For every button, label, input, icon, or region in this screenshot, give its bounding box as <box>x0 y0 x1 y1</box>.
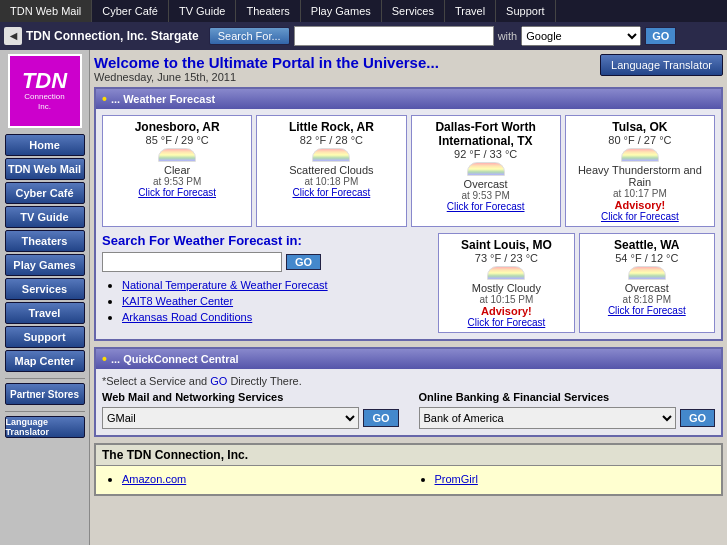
sidebar-item-home[interactable]: Home <box>5 134 85 156</box>
city-forecast-link[interactable]: Click for Forecast <box>263 187 399 198</box>
topnav-travel[interactable]: Travel <box>445 0 496 22</box>
city-name: Dallas-Fort Worth International, TX <box>418 120 554 148</box>
amazon-link[interactable]: Amazon.com <box>122 473 186 485</box>
qc-banking-label: Online Banking & Financial Services <box>419 391 716 403</box>
weather-top-grid: Jonesboro, AR 85 °F / 29 °C Clear at 9:5… <box>96 109 721 233</box>
sidebar-item-tvguide[interactable]: TV Guide <box>5 206 85 228</box>
sidebar-item-playgames[interactable]: Play Games <box>5 254 85 276</box>
city-temp: 82 °F / 28 °C <box>263 134 399 146</box>
sidebar-item-theaters[interactable]: Theaters <box>5 230 85 252</box>
city-forecast-link[interactable]: Click for Forecast <box>445 317 567 328</box>
road-conditions-link[interactable]: Arkansas Road Conditions <box>122 311 252 323</box>
city-forecast-link[interactable]: Click for Forecast <box>572 211 708 222</box>
search-bar: ◀ TDN Connection, Inc. Stargate Search F… <box>0 22 727 50</box>
logo-area: ◀ TDN Connection, Inc. Stargate <box>4 27 199 45</box>
topnav-theaters[interactable]: Theaters <box>236 0 300 22</box>
back-icon[interactable]: ◀ <box>4 27 22 45</box>
city-name: Saint Louis, MO <box>445 238 567 252</box>
welcome-title: Welcome to the Ultimate Portal in the Un… <box>94 54 439 71</box>
national-forecast-link[interactable]: National Temperature & Weather Forecast <box>122 279 328 291</box>
tdn-links-col2: PromGirl <box>419 472 712 488</box>
qc-columns: Web Mail and Networking Services GMail Y… <box>102 391 715 429</box>
quickconnect-content: *Select a Service and GO Directly There.… <box>96 369 721 435</box>
banking-select[interactable]: Bank of America Chase Wells Fargo Citiba… <box>419 407 676 429</box>
site-title: TDN Connection, Inc. Stargate <box>26 29 199 43</box>
banking-go-button[interactable]: GO <box>680 409 715 427</box>
qc-go-link[interactable]: GO <box>210 375 227 387</box>
topnav-tdnwebmail[interactable]: TDN Web Mail <box>0 0 92 22</box>
city-forecast-link[interactable]: Click for Forecast <box>109 187 245 198</box>
search-go-button[interactable]: GO <box>645 27 676 45</box>
weather-card-littlerock: Little Rock, AR 82 °F / 28 °C Scattered … <box>256 115 406 227</box>
main-layout: TDN ConnectionInc. Home TDN Web Mail Cyb… <box>0 50 727 545</box>
qc-banking-col: Online Banking & Financial Services Bank… <box>419 391 716 429</box>
sidebar-item-cybercafe[interactable]: Cyber Café <box>5 182 85 204</box>
language-translator-button[interactable]: Language Translator <box>600 54 723 76</box>
weather-search-row: GO <box>102 252 434 272</box>
sidebar-item-mapcenter[interactable]: Map Center <box>5 350 85 372</box>
promgirl-link[interactable]: PromGirl <box>435 473 478 485</box>
webmail-go-button[interactable]: GO <box>363 409 398 427</box>
sidebar-item-languagetranslator[interactable]: Language Translator <box>5 416 85 438</box>
topnav-playgames[interactable]: Play Games <box>301 0 382 22</box>
qc-section-title: ... QuickConnect Central <box>111 353 239 365</box>
city-forecast-link[interactable]: Click for Forecast <box>418 201 554 212</box>
weather-right-grid: Saint Louis, MO 73 °F / 23 °C Mostly Clo… <box>438 233 715 333</box>
qc-webmail-col: Web Mail and Networking Services GMail Y… <box>102 391 399 429</box>
city-temp: 54 °F / 12 °C <box>586 252 708 264</box>
search-input[interactable] <box>294 26 494 46</box>
quickconnect-section-header: • ... QuickConnect Central <box>96 349 721 369</box>
city-temp: 92 °F / 33 °C <box>418 148 554 160</box>
city-advisory: Advisory! <box>445 305 567 317</box>
city-forecast-link[interactable]: Click for Forecast <box>586 305 708 316</box>
sidebar-item-support[interactable]: Support <box>5 326 85 348</box>
with-label: with <box>498 30 518 42</box>
kait8-link[interactable]: KAIT8 Weather Center <box>122 295 233 307</box>
weather-search-area: Search For Weather Forecast in: GO Natio… <box>102 233 434 333</box>
sidebar-divider-2 <box>5 411 85 412</box>
topnav-tvguide[interactable]: TV Guide <box>169 0 236 22</box>
sidebar-item-webmail[interactable]: TDN Web Mail <box>5 158 85 180</box>
weather-card-seattle: Seattle, WA 54 °F / 12 °C Overcast at 8:… <box>579 233 715 333</box>
tdn-links-col1: Amazon.com <box>106 472 399 488</box>
tdn-logo-subtext: ConnectionInc. <box>24 92 64 111</box>
topnav-support[interactable]: Support <box>496 0 556 22</box>
content-area: Welcome to the Ultimate Portal in the Un… <box>90 50 727 545</box>
weather-search-title: Search For Weather Forecast in: <box>102 233 434 248</box>
weather-card-stlouis: Saint Louis, MO 73 °F / 23 °C Mostly Clo… <box>438 233 574 333</box>
weather-card-jonesboro: Jonesboro, AR 85 °F / 29 °C Clear at 9:5… <box>102 115 252 227</box>
tdn-logo-text: TDN <box>22 70 67 92</box>
weather-links-list: National Temperature & Weather Forecast … <box>102 278 434 324</box>
weather-bottom: Search For Weather Forecast in: GO Natio… <box>96 233 721 339</box>
quickconnect-section: • ... QuickConnect Central *Select a Ser… <box>94 347 723 437</box>
welcome-date: Wednesday, June 15th, 2011 <box>94 71 439 83</box>
sidebar-item-partnerstores[interactable]: Partner Stores <box>5 383 85 405</box>
topnav-cybercafe[interactable]: Cyber Café <box>92 0 169 22</box>
weather-icon-dallas <box>467 162 505 176</box>
city-name: Seattle, WA <box>586 238 708 252</box>
top-navigation: TDN Web Mail Cyber Café TV Guide Theater… <box>0 0 727 22</box>
city-time: at 10:15 PM <box>445 294 567 305</box>
weather-section: • ... Weather Forecast Jonesboro, AR 85 … <box>94 87 723 341</box>
weather-icon-littlerock <box>312 148 350 162</box>
tdn-logo: TDN ConnectionInc. <box>8 54 82 128</box>
sidebar-item-services[interactable]: Services <box>5 278 85 300</box>
sidebar: TDN ConnectionInc. Home TDN Web Mail Cyb… <box>0 50 90 545</box>
sidebar-item-travel[interactable]: Travel <box>5 302 85 324</box>
city-condition: Clear <box>109 164 245 176</box>
city-temp: 85 °F / 29 °C <box>109 134 245 146</box>
city-time: at 9:53 PM <box>418 190 554 201</box>
weather-go-button[interactable]: GO <box>286 254 321 270</box>
list-item: National Temperature & Weather Forecast <box>122 278 434 292</box>
city-condition: Heavy Thunderstorm and Rain <box>572 164 708 188</box>
webmail-select[interactable]: GMail Yahoo Mail Hotmail AOL Mail <box>102 407 359 429</box>
weather-search-input[interactable] <box>102 252 282 272</box>
city-advisory: Advisory! <box>572 199 708 211</box>
qc-webmail-row: GMail Yahoo Mail Hotmail AOL Mail GO <box>102 407 399 429</box>
weather-icon-tulsa <box>621 148 659 162</box>
city-name: Tulsa, OK <box>572 120 708 134</box>
tdn-connection-header: The TDN Connection, Inc. <box>96 445 721 466</box>
topnav-services[interactable]: Services <box>382 0 445 22</box>
search-for-button[interactable]: Search For... <box>209 27 290 45</box>
search-engine-select[interactable]: Google Bing Yahoo <box>521 26 641 46</box>
